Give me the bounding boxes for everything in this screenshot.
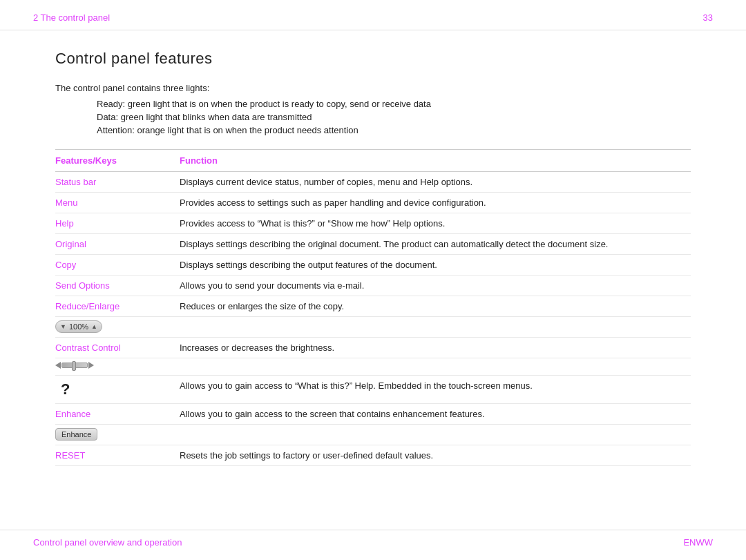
key-enhance: Enhance <box>55 404 180 425</box>
chapter-title: Control panel features <box>55 50 691 68</box>
table-row: Menu Provides access to settings such as… <box>55 193 691 213</box>
contrast-thumb <box>72 361 76 371</box>
arrow-left-icon: ▼ <box>60 323 66 330</box>
enhance-visual: Enhance <box>55 425 180 445</box>
key-reset: RESET <box>55 445 180 466</box>
contrast-left-arrow-icon <box>55 362 61 369</box>
intro-text: The control panel contains three lights: <box>55 83 691 93</box>
table-row: Reduce/Enlarge Reduces or enlarges the s… <box>55 296 691 317</box>
header-right: 33 <box>703 12 713 23</box>
page-footer: Control panel overview and operation ENW… <box>0 530 746 548</box>
footer-right: ENWW <box>683 537 713 548</box>
main-content: Control panel features The control panel… <box>0 30 746 487</box>
page: 2 The control panel 33 Control panel fea… <box>0 0 746 560</box>
reduce-enlarge-sub-desc <box>180 317 691 338</box>
sub-row-contrast <box>55 358 691 376</box>
bullet-ready: Ready: green light that is on when the p… <box>97 99 691 109</box>
bullet-data: Data: green light that blinks when data … <box>97 112 691 122</box>
function-question: Allows you to gain access to “What is th… <box>180 376 691 404</box>
function-menu: Provides access to settings such as pape… <box>180 193 691 213</box>
features-table: Features/Keys Function Status bar Displa… <box>55 149 691 466</box>
contrast-right-arrow-icon <box>88 362 94 369</box>
function-reduce-enlarge: Reduces or enlarges the size of the copy… <box>180 296 691 317</box>
key-status-bar: Status bar <box>55 172 180 193</box>
arrow-right-icon: ▲ <box>91 323 97 330</box>
function-original: Displays settings describing the origina… <box>180 234 691 255</box>
key-contrast-control: Contrast Control <box>55 338 180 358</box>
table-row: RESET Resets the job settings to factory… <box>55 445 691 466</box>
contrast-sub-desc <box>180 358 691 376</box>
header-left: 2 The control panel <box>33 12 110 23</box>
page-header: 2 The control panel 33 <box>0 0 746 30</box>
bullet-attention: Attention: orange light that is on when … <box>97 125 691 135</box>
function-reset: Resets the job settings to factory or us… <box>180 445 691 466</box>
table-row: Help Provides access to “What is this?” … <box>55 213 691 234</box>
table-row: Copy Displays settings describing the ou… <box>55 255 691 276</box>
sub-row-enhance: Enhance <box>55 425 691 445</box>
key-original: Original <box>55 234 180 255</box>
enhance-sub-desc <box>180 425 691 445</box>
key-reduce-enlarge: Reduce/Enlarge <box>55 296 180 317</box>
contrast-visual <box>55 358 180 376</box>
footer-left: Control panel overview and operation <box>33 537 182 548</box>
function-status-bar: Displays current device status, number o… <box>180 172 691 193</box>
bullet-list: Ready: green light that is on when the p… <box>97 99 691 135</box>
key-send-options: Send Options <box>55 276 180 296</box>
col2-header: Function <box>180 150 691 172</box>
key-copy: Copy <box>55 255 180 276</box>
contrast-track <box>61 363 88 368</box>
table-row: Enhance Allows you to gain access to the… <box>55 404 691 425</box>
sub-row-reduce-enlarge: ▼ 100% ▲ <box>55 317 691 338</box>
question-mark-icon: ? <box>55 380 70 398</box>
col1-header: Features/Keys <box>55 150 180 172</box>
reduce-enlarge-visual: ▼ 100% ▲ <box>55 317 180 338</box>
function-contrast-control: Increases or decreases the brightness. <box>180 338 691 358</box>
table-row: Contrast Control Increases or decreases … <box>55 338 691 358</box>
table-row: Send Options Allows you to send your doc… <box>55 276 691 296</box>
enhance-button: Enhance <box>55 428 97 441</box>
contrast-slider <box>55 362 94 369</box>
function-copy: Displays settings describing the output … <box>180 255 691 276</box>
reduce-enlarge-button: ▼ 100% ▲ <box>55 320 102 333</box>
function-enhance: Allows you to gain access to the screen … <box>180 404 691 425</box>
table-row: Status bar Displays current device statu… <box>55 172 691 193</box>
key-question: ? <box>55 376 180 404</box>
reset-label: RESET <box>55 450 85 461</box>
percent-value: 100% <box>69 322 88 331</box>
key-help: Help <box>55 213 180 234</box>
table-row: ? Allows you to gain access to “What is … <box>55 376 691 404</box>
table-row: Original Displays settings describing th… <box>55 234 691 255</box>
function-help: Provides access to “What is this?” or “S… <box>180 213 691 234</box>
function-send-options: Allows you to send your documents via e-… <box>180 276 691 296</box>
key-menu: Menu <box>55 193 180 213</box>
